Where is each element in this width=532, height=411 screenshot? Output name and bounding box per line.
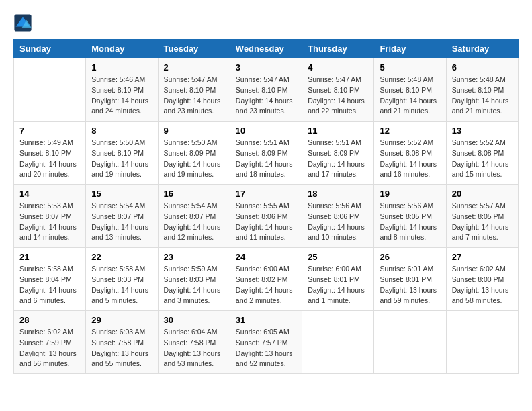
day-number: 31 xyxy=(236,315,296,325)
calendar-cell: 21Sunrise: 5:58 AM Sunset: 8:04 PM Dayli… xyxy=(14,248,86,311)
day-number: 16 xyxy=(164,189,224,199)
day-number: 27 xyxy=(452,252,513,262)
day-info: Sunrise: 5:56 AM Sunset: 8:06 PM Dayligh… xyxy=(308,201,368,243)
calendar-cell: 30Sunrise: 6:04 AM Sunset: 7:58 PM Dayli… xyxy=(158,311,230,374)
day-number: 29 xyxy=(91,315,152,325)
day-number: 8 xyxy=(91,126,152,136)
day-number: 28 xyxy=(19,315,80,325)
day-info: Sunrise: 5:56 AM Sunset: 8:05 PM Dayligh… xyxy=(380,201,440,243)
header-wednesday: Wednesday xyxy=(230,40,302,58)
day-info: Sunrise: 5:50 AM Sunset: 8:09 PM Dayligh… xyxy=(164,138,224,180)
day-info: Sunrise: 6:03 AM Sunset: 7:58 PM Dayligh… xyxy=(91,327,152,369)
calendar-cell: 3Sunrise: 5:47 AM Sunset: 8:10 PM Daylig… xyxy=(230,58,302,122)
calendar-cell: 4Sunrise: 5:47 AM Sunset: 8:10 PM Daylig… xyxy=(302,58,374,122)
calendar-cell: 12Sunrise: 5:52 AM Sunset: 8:08 PM Dayli… xyxy=(374,122,446,185)
day-info: Sunrise: 5:47 AM Sunset: 8:10 PM Dayligh… xyxy=(236,75,296,117)
day-info: Sunrise: 6:04 AM Sunset: 7:58 PM Dayligh… xyxy=(164,327,224,369)
calendar-cell: 11Sunrise: 5:51 AM Sunset: 8:09 PM Dayli… xyxy=(302,122,374,185)
calendar-week-5: 28Sunrise: 6:02 AM Sunset: 7:59 PM Dayli… xyxy=(14,311,519,374)
calendar-cell: 9Sunrise: 5:50 AM Sunset: 8:09 PM Daylig… xyxy=(158,122,230,185)
day-number: 19 xyxy=(380,189,440,199)
page-header xyxy=(13,13,519,32)
calendar-cell: 17Sunrise: 5:55 AM Sunset: 8:06 PM Dayli… xyxy=(230,185,302,248)
day-number: 18 xyxy=(308,189,368,199)
header-thursday: Thursday xyxy=(302,40,374,58)
day-number: 1 xyxy=(91,62,152,73)
day-info: Sunrise: 5:58 AM Sunset: 8:03 PM Dayligh… xyxy=(91,264,152,306)
day-info: Sunrise: 6:01 AM Sunset: 8:01 PM Dayligh… xyxy=(380,264,440,306)
calendar-cell: 13Sunrise: 5:52 AM Sunset: 8:08 PM Dayli… xyxy=(446,122,518,185)
day-number: 15 xyxy=(91,189,152,199)
calendar-cell xyxy=(446,311,518,374)
day-info: Sunrise: 5:51 AM Sunset: 8:09 PM Dayligh… xyxy=(308,138,368,180)
day-info: Sunrise: 5:55 AM Sunset: 8:06 PM Dayligh… xyxy=(236,201,296,243)
day-info: Sunrise: 5:48 AM Sunset: 8:10 PM Dayligh… xyxy=(452,75,513,117)
day-number: 7 xyxy=(19,126,80,136)
day-info: Sunrise: 5:58 AM Sunset: 8:04 PM Dayligh… xyxy=(19,264,80,306)
calendar-cell: 20Sunrise: 5:57 AM Sunset: 8:05 PM Dayli… xyxy=(446,185,518,248)
header-sunday: Sunday xyxy=(14,40,86,58)
day-info: Sunrise: 5:48 AM Sunset: 8:10 PM Dayligh… xyxy=(380,75,440,117)
day-number: 13 xyxy=(452,126,513,136)
day-number: 26 xyxy=(380,252,440,262)
day-info: Sunrise: 5:50 AM Sunset: 8:10 PM Dayligh… xyxy=(91,138,152,180)
calendar-cell: 15Sunrise: 5:54 AM Sunset: 8:07 PM Dayli… xyxy=(86,185,158,248)
calendar-cell: 7Sunrise: 5:49 AM Sunset: 8:10 PM Daylig… xyxy=(14,122,86,185)
day-info: Sunrise: 6:00 AM Sunset: 8:01 PM Dayligh… xyxy=(308,264,368,306)
logo xyxy=(13,13,35,32)
calendar-cell xyxy=(14,58,86,122)
day-info: Sunrise: 5:52 AM Sunset: 8:08 PM Dayligh… xyxy=(380,138,440,180)
header-saturday: Saturday xyxy=(446,40,518,58)
calendar-cell: 26Sunrise: 6:01 AM Sunset: 8:01 PM Dayli… xyxy=(374,248,446,311)
day-number: 24 xyxy=(236,252,296,262)
day-number: 14 xyxy=(19,189,80,199)
day-number: 25 xyxy=(308,252,368,262)
day-number: 10 xyxy=(236,126,296,136)
calendar-cell: 18Sunrise: 5:56 AM Sunset: 8:06 PM Dayli… xyxy=(302,185,374,248)
calendar-cell: 14Sunrise: 5:53 AM Sunset: 8:07 PM Dayli… xyxy=(14,185,86,248)
day-info: Sunrise: 6:02 AM Sunset: 7:59 PM Dayligh… xyxy=(19,327,80,369)
day-info: Sunrise: 5:57 AM Sunset: 8:05 PM Dayligh… xyxy=(452,201,513,243)
day-number: 6 xyxy=(452,62,513,73)
calendar-header-row: SundayMondayTuesdayWednesdayThursdayFrid… xyxy=(14,40,519,58)
calendar-cell: 10Sunrise: 5:51 AM Sunset: 8:09 PM Dayli… xyxy=(230,122,302,185)
logo-icon xyxy=(13,13,32,32)
header-tuesday: Tuesday xyxy=(158,40,230,58)
day-number: 17 xyxy=(236,189,296,199)
day-number: 11 xyxy=(308,126,368,136)
calendar-cell: 6Sunrise: 5:48 AM Sunset: 8:10 PM Daylig… xyxy=(446,58,518,122)
calendar-cell: 16Sunrise: 5:54 AM Sunset: 8:07 PM Dayli… xyxy=(158,185,230,248)
day-info: Sunrise: 6:00 AM Sunset: 8:02 PM Dayligh… xyxy=(236,264,296,306)
calendar-week-4: 21Sunrise: 5:58 AM Sunset: 8:04 PM Dayli… xyxy=(14,248,519,311)
day-number: 20 xyxy=(452,189,513,199)
day-info: Sunrise: 5:54 AM Sunset: 8:07 PM Dayligh… xyxy=(91,201,152,243)
day-number: 2 xyxy=(164,62,224,73)
day-info: Sunrise: 5:59 AM Sunset: 8:03 PM Dayligh… xyxy=(164,264,224,306)
calendar-cell: 2Sunrise: 5:47 AM Sunset: 8:10 PM Daylig… xyxy=(158,58,230,122)
calendar-cell: 31Sunrise: 6:05 AM Sunset: 7:57 PM Dayli… xyxy=(230,311,302,374)
calendar-week-3: 14Sunrise: 5:53 AM Sunset: 8:07 PM Dayli… xyxy=(14,185,519,248)
day-number: 21 xyxy=(19,252,80,262)
day-number: 22 xyxy=(91,252,152,262)
calendar-cell: 8Sunrise: 5:50 AM Sunset: 8:10 PM Daylig… xyxy=(86,122,158,185)
day-info: Sunrise: 5:46 AM Sunset: 8:10 PM Dayligh… xyxy=(91,75,152,117)
day-number: 30 xyxy=(164,315,224,325)
calendar-week-1: 1Sunrise: 5:46 AM Sunset: 8:10 PM Daylig… xyxy=(14,58,519,122)
day-info: Sunrise: 5:53 AM Sunset: 8:07 PM Dayligh… xyxy=(19,201,80,243)
calendar-cell: 29Sunrise: 6:03 AM Sunset: 7:58 PM Dayli… xyxy=(86,311,158,374)
calendar-cell xyxy=(374,311,446,374)
day-info: Sunrise: 5:47 AM Sunset: 8:10 PM Dayligh… xyxy=(308,75,368,117)
day-info: Sunrise: 5:54 AM Sunset: 8:07 PM Dayligh… xyxy=(164,201,224,243)
calendar-week-2: 7Sunrise: 5:49 AM Sunset: 8:10 PM Daylig… xyxy=(14,122,519,185)
header-friday: Friday xyxy=(374,40,446,58)
header-monday: Monday xyxy=(86,40,158,58)
day-info: Sunrise: 5:51 AM Sunset: 8:09 PM Dayligh… xyxy=(236,138,296,180)
calendar-cell xyxy=(302,311,374,374)
calendar-cell: 25Sunrise: 6:00 AM Sunset: 8:01 PM Dayli… xyxy=(302,248,374,311)
calendar-cell: 27Sunrise: 6:02 AM Sunset: 8:00 PM Dayli… xyxy=(446,248,518,311)
day-number: 9 xyxy=(164,126,224,136)
day-info: Sunrise: 6:02 AM Sunset: 8:00 PM Dayligh… xyxy=(452,264,513,306)
day-info: Sunrise: 5:52 AM Sunset: 8:08 PM Dayligh… xyxy=(452,138,513,180)
day-info: Sunrise: 5:49 AM Sunset: 8:10 PM Dayligh… xyxy=(19,138,80,180)
day-info: Sunrise: 5:47 AM Sunset: 8:10 PM Dayligh… xyxy=(164,75,224,117)
